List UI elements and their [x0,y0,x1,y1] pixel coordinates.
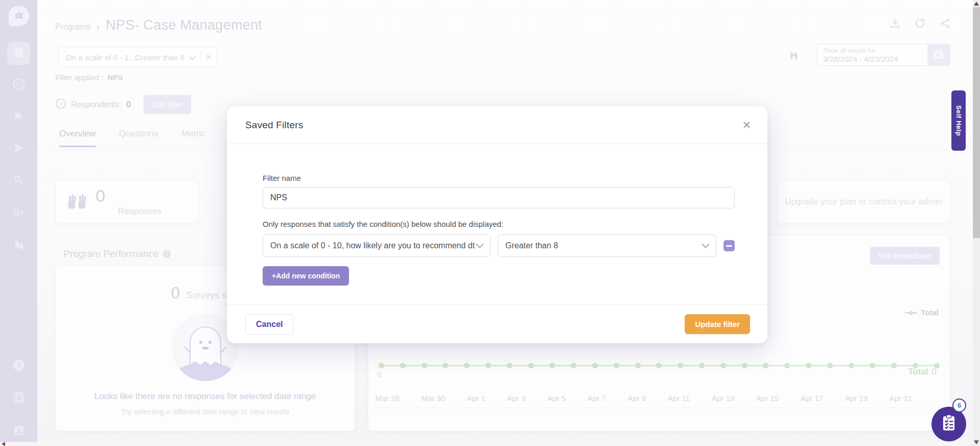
save-filter-icon[interactable] [789,51,799,63]
chart-point [678,363,683,368]
info-icon[interactable]: i [163,250,171,258]
add-new-condition-button[interactable]: +Add new condition [263,266,349,286]
vertical-scrollbar[interactable] [973,0,980,446]
sidebar-item-surveys[interactable] [7,42,30,65]
chart-point [528,363,534,368]
condition-operator-dropdown[interactable]: Greater than 8 [498,234,716,257]
chevron-down-icon [702,241,710,250]
modal-footer: Cancel Update filter [227,304,767,343]
id-card-icon [12,424,26,439]
raised-hands-icon [67,192,87,212]
scroll-up-arrow-icon[interactable] [974,2,979,6]
breadcrumb: Programs › NPS- Case Management [55,17,262,33]
surveys-sent-count: 0 [171,284,180,302]
self-help-tab[interactable]: Self Help [951,90,966,151]
chart-legend: Total [905,308,939,317]
sidebar-item-integrations[interactable] [7,234,30,257]
modal-title: Saved Filters [245,120,303,131]
app-screen: dt ? Programs [0,0,980,446]
chip-close-icon[interactable]: ✕ [205,53,212,62]
tab-bar: Overview Questions Metric [59,129,205,147]
see-breakdown-button[interactable]: See breakdown [870,247,940,265]
annotation-value: 0 [932,367,937,377]
condition-operator-value: Greater than 8 [505,241,558,250]
chart-point [635,363,641,368]
chart-point [549,363,555,368]
upgrade-notice-text: Upgrade your plan or contact your admin [785,197,942,207]
chart-point [806,363,811,368]
condition-question-dropdown[interactable]: On a scale of 0 - 10, how likely are you… [263,234,491,257]
cancel-button[interactable]: Cancel [245,314,293,335]
tab-overview[interactable]: Overview [59,129,96,147]
date-range-value: 3/28/2024 - 4/23/2024 [823,55,927,64]
chart-point [592,363,598,368]
chart-point [400,363,406,368]
filter-name-label: Filter name [263,174,735,182]
scroll-left-arrow-icon[interactable] [2,442,5,446]
chart-point [656,363,662,368]
chart-line [379,362,940,368]
x-tick-label: Apr 1 [467,394,485,403]
x-tick-label: Apr 3 [507,394,526,403]
respondents-label: Respondents: [71,100,122,109]
tab-metric[interactable]: Metric [181,129,205,147]
chart-x-axis: Mar 28Mar 30Apr 1Apr 3Apr 5Apr 7Apr 9Apr… [376,394,912,403]
chart-point [422,363,427,368]
filter-chip-label: On a scale of 0 - 1...Greater than 8 [66,53,184,62]
calendar-button[interactable] [927,44,950,65]
header-actions [889,17,951,31]
sidebar-item-language[interactable] [7,387,30,410]
filter-name-input[interactable] [263,187,735,208]
horizontal-scrollbar[interactable] [0,442,973,446]
sidebar-item-access[interactable] [7,170,30,193]
condition-row: On a scale of 0 - 10, how likely are you… [263,234,735,257]
add-filter-button[interactable]: Add filter [144,95,191,114]
sidebar-item-respondents[interactable] [7,74,30,97]
update-filter-button[interactable]: Update filter [685,314,750,334]
modal-body: Filter name Only responses that satisfy … [227,144,767,286]
calendar-icon [934,49,944,61]
dt-logo[interactable]: dt [9,6,29,26]
x-tick-label: Apr 19 [845,394,868,403]
fab-clipboard-icon [940,414,958,434]
page-title: NPS- Case Management [106,17,262,33]
x-tick-label: Apr 9 [627,394,646,403]
chevron-down-icon[interactable] [189,53,196,62]
refresh-icon[interactable] [914,17,926,31]
responses-stat-label: Responses [118,206,161,217]
tab-questions[interactable]: Questions [119,129,158,147]
sidebar-item-distribute[interactable] [7,137,30,160]
sidebar-item-templates[interactable] [7,106,30,129]
program-performance-title: Program Performance [63,248,159,260]
x-tick-label: Apr 11 [668,394,690,403]
copy-icon [13,110,25,125]
svg-text:?: ? [16,361,21,369]
breadcrumb-chevron-icon: › [97,22,100,32]
download-icon[interactable] [889,17,901,31]
chart-point [379,363,384,368]
share-icon[interactable] [939,17,951,31]
sidebar-item-actions[interactable] [7,202,30,225]
sidebar-item-help[interactable]: ? [7,355,30,378]
scroll-down-arrow-icon[interactable] [974,440,979,444]
chart-point [485,363,491,368]
chart-annotation: Total0 [908,367,937,377]
chart-point [571,363,576,368]
clipboard-icon [13,46,25,61]
sidebar: dt ? [0,0,37,446]
remove-condition-button[interactable] [724,240,735,251]
date-range-picker[interactable]: Show all results for 3/28/2024 - 4/23/20… [816,44,950,66]
modal-close-icon[interactable]: ✕ [742,120,751,130]
sidebar-item-account[interactable] [7,419,30,442]
fab-badge: 6 [952,398,966,412]
filter-applied-text: Filter applied :NPS [55,73,123,82]
chart-point [742,363,748,368]
question-icon: ? [12,359,26,374]
applied-filter-chip[interactable]: On a scale of 0 - 1...Greater than 8 ✕ [58,47,217,67]
chart-point [720,363,726,368]
chart-point [849,363,854,368]
vertical-scrollbar-thumb[interactable] [973,7,980,238]
empty-state-subtitle: Try selecting a different date range to … [56,407,355,416]
breadcrumb-programs[interactable]: Programs [55,22,90,32]
x-tick-label: Apr 15 [756,394,779,403]
